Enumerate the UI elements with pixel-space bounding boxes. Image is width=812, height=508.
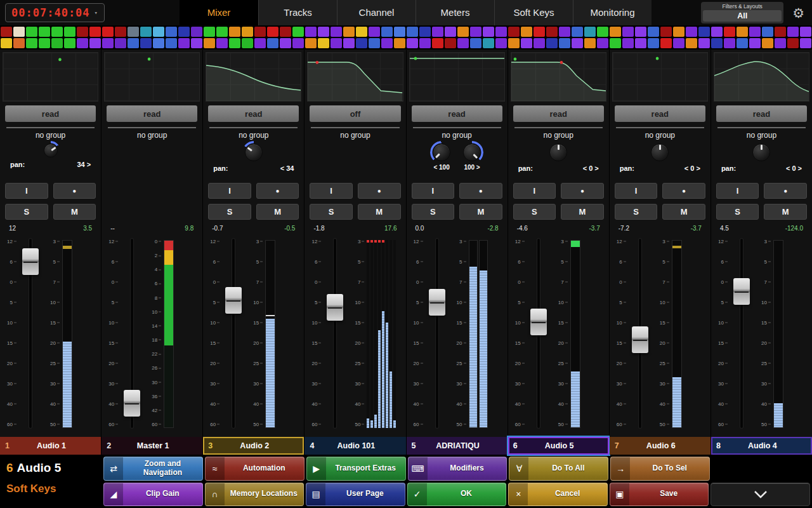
track-color-cell[interactable] <box>698 38 710 48</box>
track-color-cell[interactable] <box>89 27 101 37</box>
solo-button[interactable]: S <box>310 204 353 220</box>
fader-track[interactable] <box>232 239 235 428</box>
mute-button[interactable]: M <box>459 204 502 220</box>
track-color-cell[interactable] <box>343 38 355 48</box>
track-color-cell[interactable] <box>800 27 811 37</box>
track-color-cell[interactable] <box>77 27 88 37</box>
track-color-cell[interactable] <box>305 27 317 37</box>
fader-cap[interactable] <box>124 390 140 417</box>
softkey-do-to-sel[interactable]: →Do To Sel <box>610 457 710 481</box>
automation-mode-button[interactable]: read <box>208 105 299 122</box>
track-color-cell[interactable] <box>622 27 634 37</box>
track-color-cell[interactable] <box>292 27 304 37</box>
channel-name-bar[interactable]: 7 Audio 6 <box>610 437 710 455</box>
track-color-cell[interactable] <box>521 38 532 48</box>
track-color-cell[interactable] <box>115 27 126 37</box>
softkey-do-to-all[interactable]: ∀Do To All <box>509 457 608 481</box>
track-color-cell[interactable] <box>128 27 139 37</box>
track-color-cell[interactable] <box>419 38 431 48</box>
track-color-cell[interactable] <box>381 27 393 37</box>
track-color-cell[interactable] <box>216 27 228 37</box>
automation-mode-button[interactable]: read <box>412 105 502 122</box>
record-arm-button[interactable]: ● <box>358 183 401 199</box>
fader-track[interactable] <box>131 239 133 428</box>
automation-mode-button[interactable]: read <box>5 105 96 122</box>
track-color-cell[interactable] <box>13 38 25 48</box>
pan-knob[interactable] <box>431 142 452 163</box>
channel-name-bar[interactable]: 1 Audio 1 <box>0 437 101 455</box>
tab-meters[interactable]: Meters <box>416 0 494 25</box>
track-color-cell[interactable] <box>407 27 418 37</box>
gear-icon[interactable]: ⚙ <box>792 6 804 20</box>
fader-track[interactable] <box>740 239 743 428</box>
track-color-cell[interactable] <box>762 38 773 48</box>
pan-knob[interactable] <box>751 142 771 163</box>
track-color-cell[interactable] <box>572 38 583 48</box>
softkey-transport-extras[interactable]: ▶Transport Extras <box>306 457 406 481</box>
solo-button[interactable]: S <box>412 204 455 220</box>
track-color-cell[interactable] <box>495 38 507 48</box>
track-color-cell[interactable] <box>711 38 723 48</box>
record-arm-button[interactable]: ● <box>256 183 299 199</box>
track-color-cell[interactable] <box>254 38 266 48</box>
mute-button[interactable]: M <box>358 204 401 220</box>
track-color-cell[interactable] <box>457 27 469 37</box>
pan-knob[interactable] <box>43 142 59 159</box>
track-color-cell[interactable] <box>153 27 164 37</box>
automation-mode-button[interactable]: read <box>107 105 197 122</box>
track-color-cell[interactable] <box>318 38 329 48</box>
automation-graph[interactable] <box>3 52 98 102</box>
fader-track[interactable] <box>29 239 32 428</box>
track-color-cell[interactable] <box>673 27 684 37</box>
track-color-cell[interactable] <box>77 38 88 48</box>
track-color-cell[interactable] <box>648 27 659 37</box>
track-color-cell[interactable] <box>800 38 811 48</box>
track-color-cell[interactable] <box>775 27 786 37</box>
tab-mixer[interactable]: Mixer <box>180 0 258 25</box>
group-indicator[interactable]: no group <box>108 127 196 141</box>
track-color-cell[interactable] <box>229 27 240 37</box>
track-color-cell[interactable] <box>331 27 342 37</box>
input-monitor-button[interactable]: I <box>412 183 455 199</box>
automation-graph[interactable] <box>307 52 403 102</box>
track-color-cell[interactable] <box>64 38 75 48</box>
track-color-cell[interactable] <box>584 38 596 48</box>
softkey-user-page[interactable]: ▤User Page <box>306 483 405 507</box>
track-color-cell[interactable] <box>457 38 469 48</box>
solo-button[interactable]: S <box>615 204 658 220</box>
track-color-cell[interactable] <box>13 27 25 37</box>
track-color-cell[interactable] <box>102 38 114 48</box>
group-indicator[interactable]: no group <box>209 127 298 141</box>
track-color-cell[interactable] <box>521 27 532 37</box>
track-color-cell[interactable] <box>115 38 126 48</box>
input-monitor-button[interactable]: I <box>310 183 353 199</box>
pan-knob[interactable] <box>462 142 482 163</box>
track-color-cell[interactable] <box>140 38 152 48</box>
track-color-cell[interactable] <box>508 27 520 37</box>
automation-graph[interactable] <box>714 52 809 102</box>
mute-button[interactable]: M <box>662 204 705 220</box>
track-color-cell[interactable] <box>280 27 291 37</box>
track-color-cell[interactable] <box>343 27 355 37</box>
track-color-cell[interactable] <box>178 38 190 48</box>
softkey-save[interactable]: ▣Save <box>610 483 709 507</box>
fader-track[interactable] <box>639 239 641 428</box>
track-color-cell[interactable] <box>267 27 278 37</box>
channel-name-bar[interactable]: 6 Audio 5 <box>508 437 609 455</box>
softkey-zoom-and-navigation[interactable]: ⇄Zoom and Navigation <box>103 457 203 481</box>
track-color-cell[interactable] <box>610 38 621 48</box>
fader-cap[interactable] <box>733 278 750 305</box>
track-color-cell[interactable] <box>39 38 50 48</box>
fader-cap[interactable] <box>530 309 547 335</box>
track-color-cell[interactable] <box>635 38 646 48</box>
track-color-cell[interactable] <box>660 27 672 37</box>
tab-monitoring[interactable]: Monitoring <box>573 0 652 25</box>
track-color-cell[interactable] <box>546 38 558 48</box>
channel-name-bar[interactable]: 4 Audio 101 <box>304 437 405 455</box>
track-color-cell[interactable] <box>559 27 570 37</box>
track-color-cell[interactable] <box>318 27 329 37</box>
softkey-automation[interactable]: ≈Automation <box>205 457 304 481</box>
automation-mode-button[interactable]: read <box>716 105 807 122</box>
filters-layouts-dropdown[interactable]: Filters & Layouts All <box>701 2 783 23</box>
track-color-cell[interactable] <box>445 38 456 48</box>
